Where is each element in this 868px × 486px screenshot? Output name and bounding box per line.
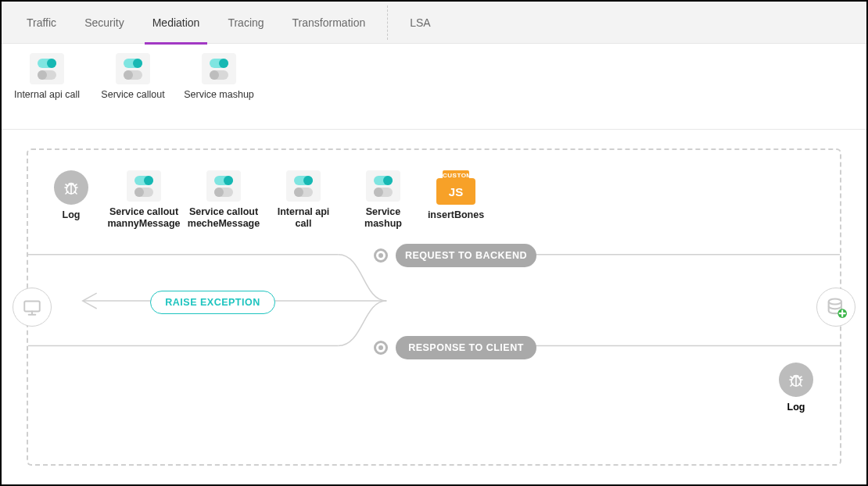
tab-divider <box>387 5 388 40</box>
palette-row: Internal api call Service callout Servic… <box>2 44 866 130</box>
flow-node-service-callout-manny[interactable]: Service callout mannyMessage <box>109 170 178 230</box>
toggle-tile-icon <box>206 170 241 202</box>
client-endpoint-icon[interactable] <box>13 288 52 327</box>
palette-internal-api-call[interactable]: Internal api call <box>8 53 86 100</box>
flow-node-insert-bones[interactable]: CUSTOM JS insertBones <box>429 170 483 221</box>
toggle-tile-icon <box>127 170 161 202</box>
tab-tracing[interactable]: Tracing <box>213 2 278 44</box>
flow-label: Internal api call <box>269 206 338 230</box>
tab-lsa[interactable]: LSA <box>396 2 444 44</box>
flow-node-log[interactable]: Log <box>44 170 99 221</box>
pill-request-to-backend[interactable]: REQUEST TO BACKEND <box>396 244 536 267</box>
toggle-tile-icon <box>116 53 150 84</box>
flow-label: Service mashup <box>349 206 418 230</box>
tab-security[interactable]: Security <box>70 2 138 44</box>
tab-transformation[interactable]: Transformation <box>278 2 380 44</box>
palette-label: Service mashup <box>184 89 254 100</box>
flow-node-service-mashup[interactable]: Service mashup <box>349 170 418 230</box>
flow-node-internal-api-call[interactable]: Internal api call <box>269 170 338 230</box>
flow-node-log-response[interactable]: Log <box>779 363 813 413</box>
flow-label: Log <box>63 209 81 221</box>
palette-label: Internal api call <box>14 89 80 100</box>
flow-node-service-callout-meche[interactable]: Service callout mecheMessage <box>189 170 258 230</box>
flow-label: insertBones <box>428 209 484 221</box>
palette-label: Service callout <box>101 89 164 100</box>
bug-icon <box>54 170 88 205</box>
canvas-area: Log Service callout mannyMessage <box>2 130 866 484</box>
flow-branch-dot-request[interactable] <box>374 248 388 263</box>
svg-point-8 <box>829 299 841 305</box>
svg-rect-7 <box>24 301 40 311</box>
flow-label: Service callout mecheMessage <box>188 206 260 230</box>
palette-service-callout[interactable]: Service callout <box>94 53 172 100</box>
flow-label: Service callout mannyMessage <box>107 206 180 230</box>
flow-label: Log <box>787 402 805 413</box>
toggle-tile-icon <box>286 170 321 202</box>
bug-icon <box>779 363 813 397</box>
pill-response-to-client[interactable]: RESPONSE TO CLIENT <box>396 336 536 359</box>
tab-traffic[interactable]: Traffic <box>13 2 70 44</box>
pill-raise-exception[interactable]: RAISE EXCEPTION <box>150 291 275 314</box>
toggle-tile-icon <box>366 170 400 202</box>
backend-endpoint-icon[interactable] <box>816 288 855 327</box>
flow-row: Log Service callout mannyMessage <box>28 150 840 244</box>
flow-canvas[interactable]: Log Service callout mannyMessage <box>27 148 841 466</box>
toggle-tile-icon <box>30 53 64 84</box>
toggle-tile-icon <box>202 53 236 84</box>
palette-service-mashup[interactable]: Service mashup <box>180 53 258 100</box>
custom-js-icon: CUSTOM JS <box>436 170 475 205</box>
flow-branch-dot-response[interactable] <box>374 341 388 355</box>
tab-mediation[interactable]: Mediation <box>138 2 214 44</box>
tabbar: Traffic Security Mediation Tracing Trans… <box>2 2 866 44</box>
